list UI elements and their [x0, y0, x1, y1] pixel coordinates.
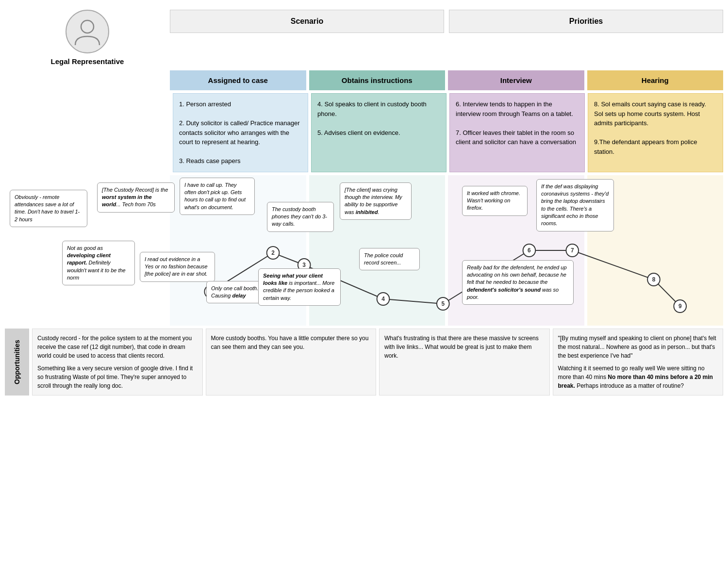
col-headers: Assigned to case Obtains instructions In…: [5, 70, 723, 90]
opportunities-label: Opportunities: [5, 329, 29, 396]
col-header-hearing: Hearing: [587, 70, 724, 90]
opp-col4-watching: Watching it it seemed to go really well …: [558, 364, 718, 390]
step-spacer: [5, 93, 170, 172]
bubble-record-screen: The police could record screen...: [359, 248, 420, 271]
opp-col2: More custody booths. You have a little c…: [206, 329, 377, 396]
avatar-section: Legal Representative: [5, 5, 170, 66]
bubble-3way: The custody booth phones they can't do 3…: [267, 202, 334, 232]
opportunities-section: Opportunities Custody record - for the p…: [5, 329, 723, 396]
bubble-call-up: I have to call up. They often don't pick…: [180, 178, 255, 215]
opp-col4-quote: "[By muting myself and speaking to clien…: [558, 334, 718, 360]
opportunities-cols: Custody record - for the police system t…: [32, 329, 723, 396]
step-box-col3: 6. Interview tends to happen in the inte…: [449, 93, 585, 172]
scenario-priorities: Scenario Priorities: [170, 5, 723, 33]
bubble-client-rapport: Not as good as developing client rapport…: [62, 241, 135, 286]
bubble-evidence: I read out evidence in a Yes or no fashi…: [140, 252, 215, 282]
bubble-remote-attendances: Obviously - remote attendances save a lo…: [10, 190, 87, 228]
opp-col1: Custody record - for the police system t…: [32, 329, 203, 396]
step-box-col4: 8. Sol emails court saying case is ready…: [588, 93, 723, 172]
col-header-obtains: Obtains instructions: [309, 70, 446, 90]
person-icon: [73, 17, 102, 46]
col-header-spacer: [5, 70, 170, 90]
avatar-icon-circle: [66, 10, 109, 53]
opp-col4: "[By muting myself and speaking to clien…: [553, 329, 724, 396]
step-box-col2: 4. Sol speaks to client in custody booth…: [311, 93, 447, 172]
opp-col3: What's frustrating is that there are the…: [379, 329, 550, 396]
step-box-col1: 1. Person arrested 2. Duty solicitor is …: [173, 93, 308, 172]
step-boxes-row: 1. Person arrested 2. Duty solicitor is …: [5, 93, 723, 172]
bubble-seeing-client: Seeing what your client looks like is im…: [258, 268, 341, 306]
main-container: Legal Representative Scenario Priorities…: [0, 0, 728, 400]
bubble-really-bad: Really bad for the defendent, he ended u…: [462, 260, 574, 305]
top-header: Legal Representative Scenario Priorities: [5, 5, 723, 66]
bubble-chrome: It worked with chrome. Wasn't working on…: [462, 186, 528, 216]
bubble-crying: [The client] was crying though the inter…: [340, 182, 412, 220]
svg-point-0: [81, 20, 94, 33]
bubble-custody-record: [The Custody Record] is the worst system…: [97, 182, 175, 213]
col-header-interview: Interview: [448, 70, 584, 90]
diagram-wrapper: 1 2 3 4 5 6 7 8 9: [5, 175, 723, 326]
avatar-label: Legal Representative: [51, 57, 124, 66]
priorities-box: Priorities: [449, 10, 723, 33]
opp-col1-text1: Custody record - for the police system t…: [37, 334, 198, 360]
bubble-coronavirus: If the def was displaying coronavirus sy…: [536, 179, 614, 231]
col-headers-right: Assigned to case Obtains instructions In…: [170, 70, 723, 90]
scenario-box: Scenario: [170, 10, 444, 33]
opp-col1-text2: Something like a very secure version of …: [37, 364, 198, 390]
col-header-assigned: Assigned to case: [170, 70, 306, 90]
